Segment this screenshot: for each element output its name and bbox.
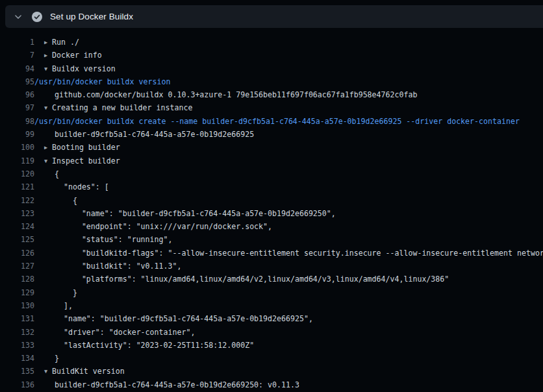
log-line: 133 "lastActivity": "2023-02-25T11:58:12… <box>0 339 543 352</box>
line-number[interactable]: 7 <box>0 49 34 62</box>
log-line[interactable]: 7▶Docker info <box>0 49 543 62</box>
output-text: } <box>34 352 543 365</box>
line-number[interactable]: 123 <box>0 207 34 220</box>
group-title: Creating a new builder instance <box>52 103 192 112</box>
output-text: "nodes": [ <box>34 180 543 193</box>
output-text: builder-d9cfb5a1-c764-445a-a57e-0b19d2e6… <box>34 128 543 141</box>
line-number[interactable]: 135 <box>0 365 34 378</box>
triangle-down-icon: ▼ <box>44 101 52 114</box>
group-title: Booting builder <box>52 143 120 152</box>
log-group-header[interactable]: ▼Inspect builder <box>34 154 543 167</box>
log-group-header[interactable]: ▼Buildx version <box>34 62 543 75</box>
actions-log-panel: Set up Docker Buildx 1▶Run ./7▶Docker in… <box>0 0 543 392</box>
command-text: /usr/bin/docker buildx create --name bui… <box>34 115 543 128</box>
output-text: { <box>34 194 543 207</box>
line-number[interactable]: 122 <box>0 194 34 207</box>
step-header[interactable]: Set up Docker Buildx <box>5 5 543 28</box>
triangle-right-icon: ▶ <box>44 141 52 154</box>
group-title: Run ./ <box>52 38 79 47</box>
output-text: "lastActivity": "2023-02-25T11:58:12.000… <box>34 339 543 352</box>
command-text: /usr/bin/docker buildx version <box>34 75 543 88</box>
log-line: 122 { <box>0 194 543 207</box>
line-number[interactable]: 132 <box>0 326 34 339</box>
line-number[interactable]: 94 <box>0 62 34 75</box>
line-number[interactable]: 130 <box>0 299 34 312</box>
log-line[interactable]: 97▼Creating a new builder instance <box>0 101 543 114</box>
log-line: 128 "platforms": "linux/amd64,linux/amd6… <box>0 273 543 286</box>
log-line: 126 "buildkitd-flags": "--allow-insecure… <box>0 247 543 260</box>
group-title: Docker info <box>52 51 102 60</box>
log-line: 131 "name": "builder-d9cfb5a1-c764-445a-… <box>0 312 543 325</box>
output-text: { <box>34 167 543 180</box>
log-line: 95/usr/bin/docker buildx version <box>0 75 543 88</box>
step-title: Set up Docker Buildx <box>50 12 133 21</box>
log-line: 130 ], <box>0 299 543 312</box>
line-number[interactable]: 98 <box>0 115 34 128</box>
line-number[interactable]: 127 <box>0 260 34 273</box>
check-circle-icon <box>23 12 42 22</box>
line-number[interactable]: 95 <box>0 75 34 88</box>
line-number[interactable]: 119 <box>0 154 34 167</box>
line-number[interactable]: 124 <box>0 220 34 233</box>
log-output: 1▶Run ./7▶Docker info94▼Buildx version95… <box>0 28 543 391</box>
log-line: 96github.com/docker/buildx 0.10.3+azure-… <box>0 88 543 101</box>
line-number[interactable]: 120 <box>0 167 34 180</box>
line-number[interactable]: 97 <box>0 101 34 114</box>
line-number[interactable]: 99 <box>0 128 34 141</box>
triangle-down-icon: ▼ <box>44 154 52 167</box>
log-line: 123 "name": "builder-d9cfb5a1-c764-445a-… <box>0 207 543 220</box>
line-number[interactable]: 96 <box>0 88 34 101</box>
output-text: "buildkit": "v0.11.3", <box>34 260 543 273</box>
line-number[interactable]: 136 <box>0 378 34 391</box>
line-number[interactable]: 1 <box>0 36 34 49</box>
log-line: 124 "endpoint": "unix:///var/run/docker.… <box>0 220 543 233</box>
log-line: 132 "driver": "docker-container", <box>0 326 543 339</box>
line-number[interactable]: 121 <box>0 180 34 193</box>
log-line: 121 "nodes": [ <box>0 180 543 193</box>
log-line: 129 } <box>0 286 543 299</box>
line-number[interactable]: 125 <box>0 233 34 246</box>
line-number[interactable]: 131 <box>0 312 34 325</box>
output-text: "buildkitd-flags": "--allow-insecure-ent… <box>34 247 543 260</box>
output-text: "name": "builder-d9cfb5a1-c764-445a-a57e… <box>34 312 543 325</box>
log-line: 125 "status": "running", <box>0 233 543 246</box>
log-group-header[interactable]: ▶Booting builder <box>34 141 543 154</box>
output-text: github.com/docker/buildx 0.10.3+azure-1 … <box>34 88 543 101</box>
log-line[interactable]: 119▼Inspect builder <box>0 154 543 167</box>
log-line: 136builder-d9cfb5a1-c764-445a-a57e-0b19d… <box>0 378 543 391</box>
output-text: "driver": "docker-container", <box>34 326 543 339</box>
output-text: builder-d9cfb5a1-c764-445a-a57e-0b19d2e6… <box>34 378 543 391</box>
output-text: "name": "builder-d9cfb5a1-c764-445a-a57e… <box>34 207 543 220</box>
log-line: 120{ <box>0 167 543 180</box>
output-text: "status": "running", <box>34 233 543 246</box>
line-number[interactable]: 133 <box>0 339 34 352</box>
log-line[interactable]: 94▼Buildx version <box>0 62 543 75</box>
log-line[interactable]: 100▶Booting builder <box>0 141 543 154</box>
triangle-right-icon: ▶ <box>44 49 52 62</box>
line-number[interactable]: 128 <box>0 273 34 286</box>
line-number[interactable]: 134 <box>0 352 34 365</box>
log-line: 98/usr/bin/docker buildx create --name b… <box>0 115 543 128</box>
log-group-header[interactable]: ▼Creating a new builder instance <box>34 101 543 114</box>
group-title: Buildx version <box>52 64 116 73</box>
triangle-right-icon: ▶ <box>44 36 52 49</box>
chevron-down-icon[interactable] <box>14 12 23 21</box>
line-number[interactable]: 126 <box>0 247 34 260</box>
group-title: BuildKit version <box>52 367 125 376</box>
log-line[interactable]: 135▼BuildKit version <box>0 365 543 378</box>
output-text: "endpoint": "unix:///var/run/docker.sock… <box>34 220 543 233</box>
output-text: } <box>34 286 543 299</box>
log-group-header[interactable]: ▶Run ./ <box>34 36 543 49</box>
log-line[interactable]: 1▶Run ./ <box>0 36 543 49</box>
triangle-down-icon: ▼ <box>44 62 52 75</box>
log-line: 99builder-d9cfb5a1-c764-445a-a57e-0b19d2… <box>0 128 543 141</box>
log-line: 127 "buildkit": "v0.11.3", <box>0 260 543 273</box>
line-number[interactable]: 129 <box>0 286 34 299</box>
output-text: ], <box>34 299 543 312</box>
group-title: Inspect builder <box>52 156 120 165</box>
log-group-header[interactable]: ▶Docker info <box>34 49 543 62</box>
triangle-down-icon: ▼ <box>44 365 52 378</box>
line-number[interactable]: 100 <box>0 141 34 154</box>
log-group-header[interactable]: ▼BuildKit version <box>34 365 543 378</box>
log-line: 134} <box>0 352 543 365</box>
